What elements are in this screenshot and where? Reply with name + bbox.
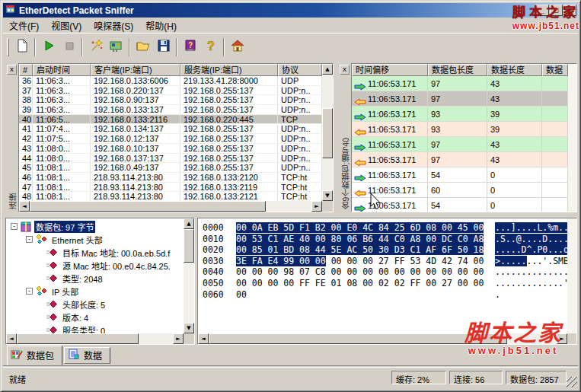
close-button[interactable]: x [563, 5, 576, 16]
open-file-button[interactable] [132, 37, 153, 57]
scroll-right-icon[interactable]: ► [311, 201, 322, 212]
tree-node-group[interactable]: -IP 头部 [9, 285, 184, 298]
connection-row[interactable]: 4211:07:5...192.168.0.12:137192.168.0.25… [19, 134, 322, 144]
tree-node-field[interactable]: 目标 Mac 地址: 00.0a.eb.5d.f [9, 246, 184, 259]
title-bar[interactable]: EtherDetect Packet Sniffer _ □ x [3, 3, 578, 18]
packet-row[interactable]: 11:06:53.1719743 [352, 76, 568, 91]
connection-row[interactable]: 3811:06:3...192.168.0.90:137192.168.0.25… [19, 95, 322, 105]
scroll-down-icon[interactable]: ▼ [322, 190, 333, 201]
new-document-button[interactable] [11, 37, 32, 57]
connection-row[interactable]: 3711:06:3...192.168.0.220:137192.168.0.2… [19, 86, 322, 96]
collapse-icon[interactable]: - [26, 288, 33, 295]
connection-row[interactable]: 4811:08:1...218.93.114.213:80192.168.0.1… [19, 192, 322, 201]
scroll-right-icon[interactable]: ► [173, 333, 184, 344]
scroll-thumb[interactable] [322, 108, 333, 158]
menu-item-1[interactable]: 视图(V) [45, 18, 88, 33]
cell-time-offset: 11:06:53.171 [352, 91, 428, 106]
collapse-icon[interactable]: - [26, 236, 33, 243]
scroll-up-icon[interactable]: ▲ [184, 218, 194, 229]
tree-node-field[interactable]: 版本: 4 [9, 311, 184, 323]
toolbar-grip[interactable] [7, 38, 9, 56]
connection-row[interactable]: 4111:07:4...192.168.0.134:137192.168.0.2… [19, 124, 322, 134]
scroll-thumb[interactable] [184, 229, 194, 263]
column-header[interactable]: 数据 [542, 64, 568, 76]
cell: UDP:n.. [278, 144, 322, 153]
packet-row[interactable]: 11:06:53.171600 [352, 183, 568, 198]
start-capture-button[interactable] [38, 37, 59, 57]
collapse-icon[interactable]: - [11, 223, 18, 230]
save-file-button[interactable] [153, 37, 174, 57]
packet-row[interactable]: 11:06:53.1719339 [352, 122, 568, 137]
tree-node-packet[interactable]: -数据包: 97 字节 [9, 220, 184, 233]
packets-vscrollbar[interactable] [568, 64, 576, 212]
connection-row[interactable]: 4011:06:5...192.168.0.133:2116192.168.0.… [19, 115, 322, 125]
column-header[interactable]: # [19, 64, 33, 76]
tree-node-field[interactable]: 类型: 2048 [9, 272, 184, 285]
column-header[interactable]: 协议 [278, 64, 322, 76]
connection-row[interactable]: 4411:08:0...192.168.0.137:137192.168.0.2… [19, 154, 322, 164]
menu-item-0[interactable]: 文件(F) [3, 18, 45, 33]
maximize-button[interactable]: □ [550, 5, 563, 16]
column-header[interactable]: 服务端(IP:端口) [180, 64, 278, 76]
packet-row[interactable]: 11:06:53.1719743 [352, 152, 568, 167]
hex-ascii: .S..@....D...... [495, 234, 567, 245]
tree-node-field[interactable]: 头部长度: 5 [9, 298, 184, 311]
minimize-button[interactable]: _ [536, 5, 549, 16]
column-header[interactable]: 启动时间 [33, 64, 91, 76]
column-header[interactable]: 时间偏移 [352, 64, 428, 76]
tab-data[interactable]: 数据 [64, 347, 110, 364]
hex-plain: 00 [236, 289, 247, 300]
menu-item-2[interactable]: 嗅探器(S) [88, 18, 139, 33]
scroll-up-icon[interactable]: ▲ [322, 64, 333, 75]
hex-plain: 00 00 00 27 FF 53 4D 42 74 00 [326, 256, 484, 266]
tree-node-group[interactable]: -Ethernet 头部 [9, 233, 184, 246]
connection-row[interactable]: 3611:06:3...192.168.0.133:6006219.133.41… [19, 76, 322, 86]
scroll-left-icon[interactable]: ◄ [198, 333, 209, 344]
column-header[interactable]: 数据长度 [487, 64, 542, 76]
app-icon [5, 4, 16, 18]
filter-wizard-button[interactable] [85, 37, 106, 57]
connection-row[interactable]: 4311:08:0...192.168.0.10:137192.168.0.25… [19, 144, 322, 154]
connection-row[interactable]: 4711:08:1...218.93.114.213:80192.168.0.1… [19, 183, 322, 193]
packet-row[interactable]: 11:06:53.171540 [352, 167, 568, 183]
connection-row[interactable]: 4611:08:1...218.93.114.213:80192.168.0.1… [19, 173, 322, 183]
hex-hscrollbar[interactable]: ◄ ► [198, 333, 567, 344]
tree-hscrollbar[interactable]: ◄ ► [6, 333, 184, 344]
homepage-button[interactable] [227, 37, 247, 57]
ascii-plain: ...'.SMBt. [527, 256, 567, 266]
adapter-settings-button[interactable] [106, 37, 126, 57]
hex-plain: 00 00 00 00 FF FE 01 08 00 02 02 FF 00 2… [236, 278, 484, 288]
packet-row[interactable]: 11:06:53.1719743 [352, 137, 568, 152]
close-icon[interactable]: x [340, 65, 350, 75]
scroll-thumb[interactable] [209, 333, 507, 344]
column-header[interactable]: 数据包长度 [428, 64, 487, 76]
connections-hscrollbar[interactable]: ◄ ► [19, 201, 322, 212]
connections-table: #启动时间客户端(IP:端口)服务端(IP:端口)协议 3611:06:3...… [18, 63, 334, 212]
hex-body[interactable]: 000000 0A EB 5D F1 B2 00 E0 4C 84 25 6D … [198, 218, 567, 333]
scroll-thumb[interactable] [17, 333, 139, 344]
menu-item-3[interactable]: 帮助(H) [139, 18, 183, 33]
scroll-left-icon[interactable]: ◄ [19, 201, 30, 212]
help-contents-button[interactable]: ? [180, 37, 200, 57]
column-header[interactable]: 客户端(IP:端口) [91, 64, 180, 76]
tab-packets[interactable]: 数据包 [7, 346, 62, 365]
stop-capture-button[interactable] [59, 37, 79, 57]
packet-row[interactable]: 11:06:53.1719743 [352, 91, 568, 107]
scroll-right-icon[interactable]: ► [557, 333, 567, 344]
tree-vscrollbar[interactable]: ▲ ▼ [184, 218, 194, 333]
scroll-thumb[interactable] [30, 201, 266, 212]
connection-row[interactable]: 4511:08:1...192.168.0.49:137192.168.0.25… [19, 163, 322, 173]
cell-data-length: 39 [487, 122, 542, 136]
connections-vscrollbar[interactable]: ▲ ▼ [322, 64, 333, 201]
close-icon[interactable]: x [7, 65, 17, 75]
packet-row[interactable]: 11:06:53.171540 [352, 198, 568, 212]
resize-grip[interactable] [567, 377, 577, 387]
tree-node-field[interactable]: 服务类型: 0 [9, 323, 184, 333]
connection-row[interactable]: 3911:06:3...192.168.0.133:137192.168.0.2… [19, 105, 322, 115]
scroll-down-icon[interactable]: ▼ [184, 323, 194, 333]
tree-node-field[interactable]: 源 Mac 地址: 00.e0.4c.84.25. [9, 259, 184, 272]
hex-vscrollbar[interactable] [567, 218, 576, 333]
packet-row[interactable]: 11:06:53.1719339 [352, 107, 568, 122]
scroll-left-icon[interactable]: ◄ [6, 333, 17, 344]
about-button[interactable]: ? [200, 37, 221, 57]
